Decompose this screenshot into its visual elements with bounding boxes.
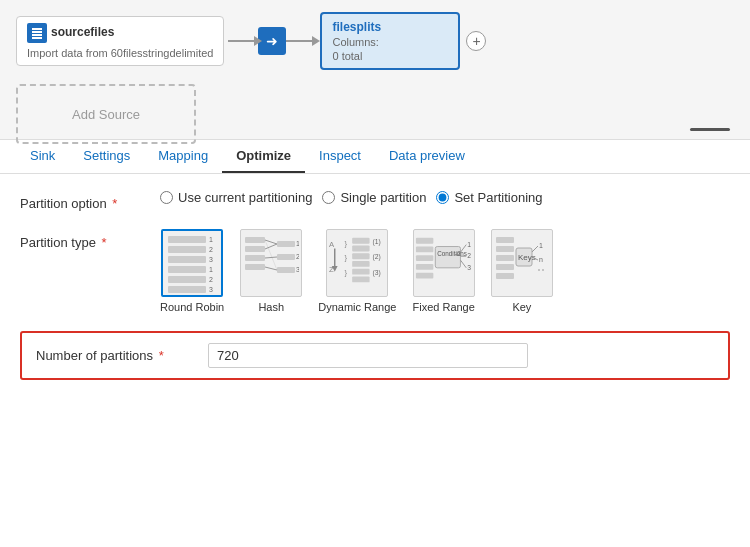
pipeline-area: sourcefiles Import data from 60filesstri… [0, 0, 750, 140]
num-partitions-section: Number of partitions * [20, 331, 730, 380]
svg-rect-16 [277, 241, 295, 247]
svg-text:}: } [345, 239, 348, 248]
svg-text:1: 1 [209, 266, 213, 273]
source-node[interactable]: sourcefiles Import data from 60filesstri… [16, 16, 224, 66]
svg-text:}: } [345, 253, 348, 262]
tab-inspect[interactable]: Inspect [305, 140, 375, 173]
source-node-title: sourcefiles [51, 25, 114, 39]
svg-rect-17 [277, 254, 295, 260]
svg-text:(3): (3) [373, 269, 381, 277]
svg-rect-44 [416, 247, 433, 253]
svg-rect-13 [245, 246, 265, 252]
svg-rect-47 [416, 273, 433, 279]
svg-text:2: 2 [467, 252, 471, 259]
svg-rect-38 [353, 269, 370, 275]
svg-rect-34 [353, 238, 370, 244]
svg-rect-15 [245, 264, 265, 270]
svg-text:1: 1 [467, 241, 471, 248]
svg-text:}: } [345, 268, 348, 277]
round-robin-icon: 1 2 3 1 2 3 [161, 229, 223, 297]
tab-settings[interactable]: Settings [69, 140, 144, 173]
radio-single[interactable]: Single partition [322, 190, 426, 205]
partition-type-fixed-range[interactable]: Conditions -2 1 2 3 Fixed Range [412, 229, 474, 313]
svg-text:3: 3 [209, 256, 213, 263]
partition-option-row: Partition option * Use current partition… [20, 190, 730, 211]
radio-set-label: Set Partitioning [454, 190, 542, 205]
svg-text:3: 3 [209, 286, 213, 293]
svg-rect-18 [277, 267, 295, 273]
svg-rect-46 [416, 264, 433, 270]
num-partitions-input[interactable] [208, 343, 528, 368]
radio-set-input[interactable] [436, 191, 449, 204]
add-node-button[interactable]: + [466, 31, 486, 51]
svg-text:(1): (1) [373, 238, 381, 246]
svg-rect-10 [168, 286, 206, 293]
svg-rect-43 [416, 238, 433, 244]
radio-use-current[interactable]: Use current partitioning [160, 190, 312, 205]
svg-rect-6 [168, 266, 206, 273]
arrow-connector: ➜ [228, 27, 316, 55]
tab-mapping[interactable]: Mapping [144, 140, 222, 173]
key-label: Key [512, 301, 531, 313]
content-area: Partition option * Use current partition… [0, 174, 750, 396]
num-partitions-label: Number of partitions * [36, 348, 196, 363]
svg-text:n: n [539, 256, 543, 263]
svg-rect-61 [496, 273, 514, 279]
radio-use-current-label: Use current partitioning [178, 190, 312, 205]
partition-option-label: Partition option * [20, 190, 160, 211]
partition-type-round-robin[interactable]: 1 2 3 1 2 3 Round Robin [160, 229, 224, 313]
svg-rect-35 [353, 246, 370, 252]
source-node-subtitle: Import data from 60filesstringdelimited [27, 47, 213, 59]
radio-single-label: Single partition [340, 190, 426, 205]
add-source-box[interactable]: Add Source [16, 84, 196, 144]
svg-line-64 [532, 246, 538, 252]
svg-rect-59 [496, 255, 514, 261]
hash-label: Hash [258, 301, 284, 313]
partition-type-hash[interactable]: 1 2 3 Hash [240, 229, 302, 313]
svg-rect-2 [168, 246, 206, 253]
dest-node-columns-label: Columns: [332, 36, 448, 48]
radio-use-current-input[interactable] [160, 191, 173, 204]
partition-types: 1 2 3 1 2 3 Round Robin [160, 229, 553, 313]
round-robin-label: Round Robin [160, 301, 224, 313]
arrow-line-right [286, 40, 316, 42]
dest-node-title: filesplits [332, 20, 448, 34]
svg-line-53 [460, 260, 466, 268]
svg-text:1: 1 [296, 240, 299, 247]
fixed-range-icon: Conditions -2 1 2 3 [413, 229, 475, 297]
svg-text:(2): (2) [373, 253, 381, 261]
svg-text:1: 1 [209, 236, 213, 243]
dest-node[interactable]: filesplits Columns: 0 total [320, 12, 460, 70]
tab-sink[interactable]: Sink [16, 140, 69, 173]
svg-rect-45 [416, 255, 433, 261]
svg-rect-0 [168, 236, 206, 243]
arrow-box: ➜ [258, 27, 286, 55]
svg-rect-39 [353, 277, 370, 283]
partition-type-key[interactable]: Keys 1 n Key [491, 229, 553, 313]
tab-optimize[interactable]: Optimize [222, 140, 305, 173]
svg-text:1: 1 [539, 242, 543, 249]
divider-bar [690, 128, 730, 131]
fixed-range-label: Fixed Range [412, 301, 474, 313]
partition-option-controls: Use current partitioning Single partitio… [160, 190, 543, 205]
source-node-icon [27, 23, 47, 43]
hash-icon: 1 2 3 [240, 229, 302, 297]
radio-set-partitioning[interactable]: Set Partitioning [436, 190, 542, 205]
dest-node-columns-value: 0 total [332, 50, 448, 62]
arrow-line [228, 40, 258, 42]
add-source-label: Add Source [72, 107, 140, 122]
svg-text:A: A [329, 240, 335, 249]
svg-rect-12 [245, 237, 265, 243]
radio-single-input[interactable] [322, 191, 335, 204]
partition-type-dynamic-range[interactable]: A Z } } } [318, 229, 396, 313]
dynamic-range-icon: A Z } } } [326, 229, 388, 297]
svg-rect-58 [496, 246, 514, 252]
svg-rect-60 [496, 264, 514, 270]
tab-data-preview[interactable]: Data preview [375, 140, 479, 173]
svg-line-22 [265, 267, 277, 270]
svg-text:3: 3 [467, 264, 471, 271]
svg-text:2: 2 [209, 246, 213, 253]
svg-rect-57 [496, 237, 514, 243]
svg-text:3: 3 [296, 266, 299, 273]
svg-line-21 [265, 257, 277, 258]
